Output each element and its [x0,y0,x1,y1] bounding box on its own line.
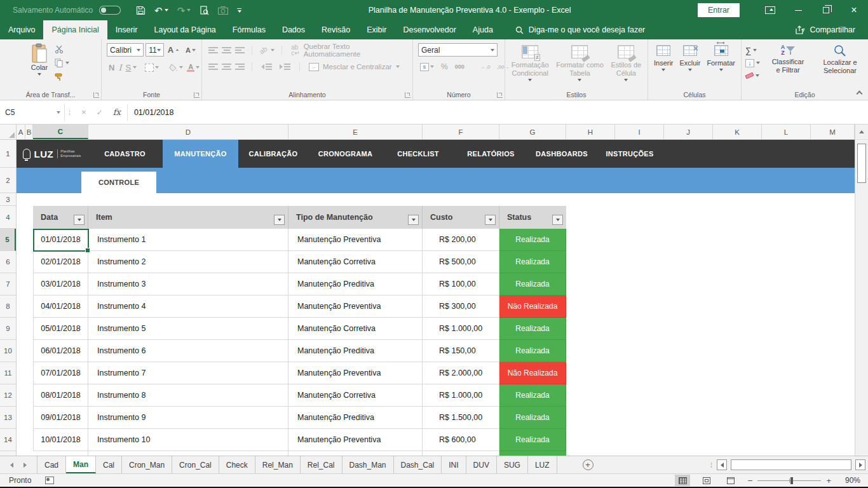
sort-filter-button[interactable]: AZ Classificar e Filtrar [764,43,812,89]
filter-button[interactable] [74,215,85,225]
sheet-tab[interactable]: Rel_Cal [301,456,342,473]
delete-cells-button[interactable]: Excluir [679,43,700,89]
underline-button[interactable]: S [124,61,133,74]
print-preview-icon[interactable] [200,6,209,15]
cell-maintenance-type[interactable]: Manutenção Corretiva [288,318,423,340]
cell-date[interactable]: 05/01/2018 [33,318,88,340]
accounting-format-button[interactable]: $ [418,60,436,73]
cell-maintenance-type[interactable]: Manutenção Corretiva [288,251,423,273]
workbook-nav-tab[interactable]: CRONOGRAMA [308,140,383,168]
column-header[interactable]: E [288,125,423,139]
table-header-cell[interactable]: Custo [423,206,499,229]
column-header[interactable]: D [88,125,288,139]
cell-date[interactable]: 02/01/2018 [33,251,88,273]
formula-bar-splitter[interactable]: ⁞ [65,109,75,116]
scroll-up-arrow[interactable] [855,125,868,140]
close-button[interactable]: × [840,0,868,20]
customize-quick-access-icon[interactable] [237,8,241,13]
zoom-out-button[interactable]: − [747,475,752,485]
format-as-table-button[interactable]: Formatar como Tabela [556,43,604,89]
column-header[interactable]: G [499,125,566,139]
ribbon-tab[interactable]: Ajuda [465,20,501,39]
normal-view-button[interactable] [675,475,690,486]
ribbon-tab[interactable]: Página Inicial [43,20,107,39]
copy-button[interactable] [55,58,69,68]
cell-item[interactable]: Instrumento 8 [88,384,288,407]
align-right-button[interactable] [235,64,245,70]
row-header[interactable]: 8 [0,295,16,318]
cell-maintenance-type[interactable]: Manutenção Preventiva [288,229,423,251]
sheet-tab[interactable]: SUG [497,456,528,473]
redo-button[interactable]: ↷ [177,5,191,15]
increase-indent-button[interactable] [278,60,292,73]
fill-color-button[interactable] [167,61,185,74]
table-header-cell[interactable]: Tipo de Manutenção [288,206,423,229]
cell-date[interactable]: 04/01/2018 [33,295,88,318]
sheet-tab[interactable]: Rel_Man [255,456,301,473]
cell-status-badge[interactable]: Realizada [499,318,566,340]
wrap-text-button[interactable]: abc↵ Quebrar Texto Automaticamente [289,44,410,57]
cell-date[interactable]: 01/01/2018 [33,229,88,251]
column-header[interactable]: I [615,125,664,139]
cell-item[interactable]: Instrumento 6 [88,340,288,362]
cell-date[interactable]: 07/01/2018 [33,362,88,384]
row-header[interactable]: 12 [0,384,16,407]
ribbon-tab[interactable]: Dados [274,20,313,39]
workbook-nav-tab[interactable]: RELATÓRIOS [454,140,528,168]
row-header[interactable]: 4 [0,206,16,229]
clipboard-dialog-launcher[interactable] [93,92,99,98]
cut-button[interactable] [55,44,69,54]
cell-item[interactable]: Instrumento 10 [88,429,288,451]
cell-maintenance-type[interactable]: Manutenção Preditiva [288,340,423,362]
sheet-tab[interactable]: Check [219,456,255,473]
share-button[interactable]: Compartilhar [796,20,868,39]
sheet-tab[interactable]: DUV [466,456,497,473]
conditional-formatting-button[interactable]: Formatação Condicional [512,43,549,89]
cell-status-badge[interactable]: Realizada [499,251,566,273]
workbook-nav-tab[interactable]: CALIBRAÇÃO [238,140,308,168]
autosum-button[interactable]: ∑ [745,45,760,55]
cell-cost[interactable]: R$ 1.000,00 [423,318,499,340]
column-header[interactable]: M [811,125,855,139]
table-header-cell[interactable]: Status [499,206,566,229]
row-header[interactable]: 13 [0,407,16,429]
cell-date[interactable]: 08/01/2018 [33,384,88,407]
new-sheet-button[interactable]: + [583,459,593,470]
sheet-tab[interactable]: INI [442,456,466,473]
cell-cost[interactable]: R$ 300,00 [423,295,499,318]
row-header[interactable]: 14 [0,429,16,451]
increase-decimal-button[interactable]: ←,0 [479,60,492,73]
font-family-select[interactable]: Calibri [107,43,144,57]
vertical-scrollbar[interactable] [855,125,868,456]
undo-button[interactable]: ↶ [154,5,168,15]
cell-item[interactable]: Instrumento 7 [88,362,288,384]
name-box[interactable]: C5 [1,104,65,121]
restore-button[interactable] [812,0,840,20]
confirm-entry-icon[interactable]: ✓ [97,108,103,117]
cell-item[interactable]: Instrumento 1 [88,229,288,251]
cell-date[interactable]: 03/01/2018 [33,273,88,295]
ribbon-tab[interactable]: Desenvolvedor [395,20,464,39]
format-cells-button[interactable]: Formatar [707,43,735,89]
column-header[interactable]: J [664,125,713,139]
column-header[interactable]: F [423,125,499,139]
ribbon-display-options-button[interactable] [756,0,784,20]
row-header[interactable]: 3 [0,193,16,206]
table-header-cell[interactable]: Data [33,206,88,229]
cell-item[interactable]: Instrumento 5 [88,318,288,340]
horizontal-scrollbar[interactable] [731,459,851,470]
row-header[interactable]: 11 [0,362,16,384]
find-select-button[interactable]: Localizar e Selecionar [815,43,865,89]
row-header[interactable]: 7 [0,273,16,295]
cell-cost[interactable]: R$ 1.500,00 [423,407,499,429]
autosave-toggle[interactable] [99,6,121,15]
macro-record-icon[interactable] [45,477,54,484]
cell-maintenance-type[interactable]: Manutenção Preditiva [288,407,423,429]
column-header[interactable]: K [713,125,762,139]
ribbon-tab[interactable]: Layout da Página [146,20,224,39]
font-size-select[interactable]: 11 [146,43,163,57]
zoom-thumb[interactable] [790,477,793,484]
cell-status-badge[interactable]: Realizada [499,429,566,451]
filter-button[interactable] [552,215,563,225]
cell-maintenance-type[interactable]: Manutenção Corretiva [288,384,423,407]
